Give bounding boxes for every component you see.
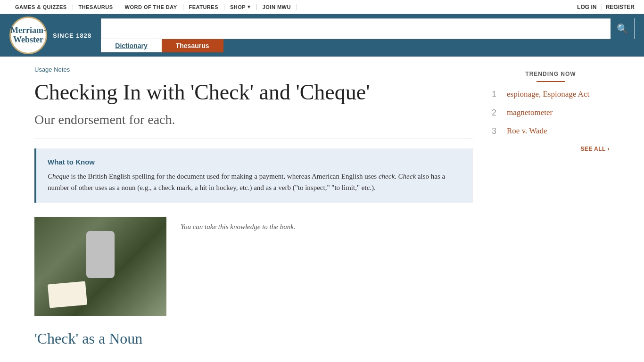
auth-links: LOG IN | REGISTER xyxy=(577,3,635,11)
trending-divider xyxy=(537,81,565,82)
trending-word-3[interactable]: Roe v. Wade xyxy=(507,126,547,136)
top-nav-links: GAMES & QUIZZES THESAURUS WORD OF THE DA… xyxy=(9,4,297,10)
article-title: Checking In with 'Check' and 'Cheque' xyxy=(34,81,473,105)
since-label: SINCE 1828 xyxy=(53,32,91,39)
tab-thesaurus[interactable]: Thesaurus xyxy=(162,39,223,52)
nav-thesaurus[interactable]: THESAURUS xyxy=(73,4,119,10)
logo[interactable]: Merriam- Webster xyxy=(9,16,47,54)
tab-dictionary[interactable]: Dictionary xyxy=(101,39,161,52)
trending-rank-3: 3 xyxy=(492,126,501,136)
image-caption-row: You can take this knowledge to the bank. xyxy=(34,217,473,316)
what-to-know-box: What to Know Cheque is the British Engli… xyxy=(34,148,473,203)
auth-separator: | xyxy=(600,3,602,11)
trending-word-1[interactable]: espionage, Espionage Act xyxy=(507,90,589,99)
nav-games-quizzes[interactable]: GAMES & QUIZZES xyxy=(9,4,73,10)
image-caption: You can take this knowledge to the bank. xyxy=(181,217,296,232)
main-container: Usage Notes Checking In with 'Check' and… xyxy=(20,57,624,357)
top-navigation: GAMES & QUIZZES THESAURUS WORD OF THE DA… xyxy=(0,0,644,14)
article-subtitle: Our endorsement for each. xyxy=(34,112,473,127)
logo-text: Merriam- Webster xyxy=(10,26,46,45)
search-area: 🔍 Dictionary Thesaurus xyxy=(101,18,635,52)
site-header: Merriam- Webster SINCE 1828 🔍 Dictionary… xyxy=(0,14,644,57)
section-title: 'Check' as a Noun xyxy=(34,330,473,347)
nav-join-mwu[interactable]: JOIN MWU xyxy=(257,4,297,10)
search-input[interactable] xyxy=(101,25,611,33)
trending-section: TRENDING NOW 1 espionage, Espionage Act … xyxy=(492,71,610,152)
what-to-know-title: What to Know xyxy=(48,158,462,166)
what-to-know-text: Cheque is the British English spelling f… xyxy=(48,171,462,193)
breadcrumb[interactable]: Usage Notes xyxy=(34,66,473,73)
search-icon: 🔍 xyxy=(617,23,628,34)
nav-features[interactable]: FEATURES xyxy=(183,4,224,10)
login-link[interactable]: LOG IN xyxy=(577,4,596,10)
see-all-link[interactable]: SEE ALL › xyxy=(492,146,610,152)
chevron-down-icon: ▾ xyxy=(248,4,251,10)
search-button[interactable]: 🔍 xyxy=(611,18,634,39)
trending-rank-2: 2 xyxy=(492,108,501,118)
article-image xyxy=(34,217,166,316)
content-divider xyxy=(34,139,473,139)
trending-list: 1 espionage, Espionage Act 2 magnetomete… xyxy=(492,90,610,136)
trending-item-2: 2 magnetometer xyxy=(492,108,610,118)
search-tabs: Dictionary Thesaurus xyxy=(101,39,635,52)
trending-item-1: 1 espionage, Espionage Act xyxy=(492,90,610,99)
content-area: Usage Notes Checking In with 'Check' and… xyxy=(34,66,473,347)
sidebar: TRENDING NOW 1 espionage, Espionage Act … xyxy=(492,66,610,347)
logo-area: Merriam- Webster SINCE 1828 xyxy=(9,16,91,54)
register-link[interactable]: REGISTER xyxy=(606,4,635,10)
trending-word-2[interactable]: magnetometer xyxy=(507,108,553,117)
trending-title: TRENDING NOW xyxy=(492,71,610,77)
article-image-visual xyxy=(34,217,166,316)
trending-rank-1: 1 xyxy=(492,90,501,99)
trending-item-3: 3 Roe v. Wade xyxy=(492,126,610,136)
nav-word-of-day[interactable]: WORD OF THE DAY xyxy=(119,4,183,10)
search-bar: 🔍 xyxy=(101,18,635,39)
nav-shop[interactable]: SHOP ▾ xyxy=(224,4,257,10)
